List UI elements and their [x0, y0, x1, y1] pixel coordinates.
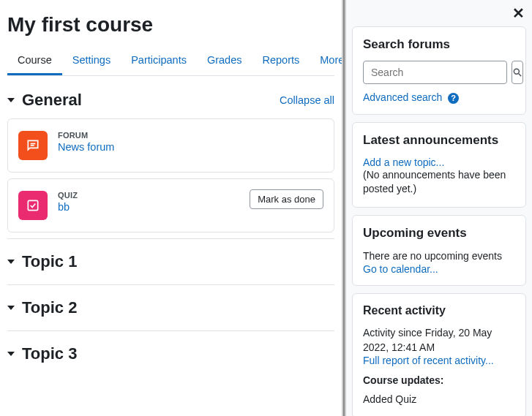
activity-type-label: FORUM [58, 131, 323, 140]
chevron-down-icon [7, 306, 15, 310]
course-tabs: Course Settings Participants Grades Repo… [7, 47, 334, 76]
svg-point-3 [514, 69, 519, 74]
no-events-text: There are no upcoming events [363, 249, 515, 264]
forum-icon [18, 131, 48, 160]
topic-1-toggle[interactable]: Topic 1 [7, 238, 334, 284]
tab-course[interactable]: Course [7, 47, 62, 75]
search-button[interactable] [512, 61, 523, 84]
update-item: Added Quiz [363, 393, 515, 407]
topic-title: Topic 3 [22, 344, 77, 363]
tab-participants[interactable]: Participants [121, 47, 197, 75]
general-title: General [22, 91, 82, 110]
advanced-search-row: Advanced search ? [363, 91, 515, 104]
block-title: Upcoming events [363, 226, 515, 241]
block-upcoming-events: Upcoming events There are no upcoming ev… [352, 215, 526, 287]
block-title: Recent activity [363, 304, 515, 317]
advanced-search-link[interactable]: Advanced search [363, 91, 442, 103]
page-title: My first course [7, 13, 334, 37]
topic-2-toggle[interactable]: Topic 2 [7, 284, 334, 330]
topic-title: Topic 1 [22, 252, 77, 271]
no-announcements-text: (No announcements have been posted yet.) [363, 168, 515, 197]
add-topic-link[interactable]: Add a new topic... [363, 156, 515, 168]
full-report-link[interactable]: Full report of recent activity... [363, 355, 515, 366]
right-drawer: ✕ Search forums Advanced search ? Latest… [346, 0, 532, 416]
topic-title: Topic 2 [22, 298, 77, 317]
svg-rect-2 [28, 200, 37, 210]
block-title: Search forums [363, 37, 515, 52]
topic-3-toggle[interactable]: Topic 3 [7, 330, 334, 377]
tab-more[interactable]: More [310, 47, 342, 75]
chevron-down-icon [7, 260, 15, 264]
activity-info: FORUM News forum [58, 131, 323, 153]
collapse-all-link[interactable]: Collapse all [280, 94, 334, 106]
calendar-link[interactable]: Go to calendar... [363, 263, 515, 275]
tab-more-label: More [320, 54, 342, 66]
activity-name-link[interactable]: News forum [58, 141, 323, 153]
tab-settings[interactable]: Settings [62, 47, 121, 75]
block-recent-activity: Recent activity Activity since Friday, 2… [352, 293, 526, 416]
block-search-forums: Search forums Advanced search ? [352, 26, 526, 115]
tab-grades[interactable]: Grades [197, 47, 252, 75]
general-toggle[interactable]: General [7, 91, 82, 110]
chevron-down-icon [7, 352, 15, 356]
activity-since-text: Activity since Friday, 20 May 2022, 12:4… [363, 326, 515, 355]
search-icon [512, 67, 522, 77]
close-icon[interactable]: ✕ [512, 4, 525, 22]
search-row [363, 61, 515, 84]
help-icon[interactable]: ? [448, 93, 459, 104]
tab-reports[interactable]: Reports [252, 47, 310, 75]
svg-line-4 [519, 74, 522, 77]
course-updates-label: Course updates: [363, 374, 515, 388]
mark-done-button[interactable]: Mark as done [250, 189, 323, 209]
quiz-icon [18, 191, 48, 220]
block-announcements: Latest announcements Add a new topic... … [352, 122, 526, 208]
main-region: My first course Course Settings Particip… [0, 0, 342, 416]
activity-quiz: QUIZ bb Mark as done [7, 178, 334, 232]
activity-forum: FORUM News forum [7, 118, 334, 173]
search-input[interactable] [363, 61, 507, 84]
block-title: Latest announcements [363, 133, 515, 148]
chevron-down-icon [7, 98, 15, 102]
general-header: General Collapse all [7, 91, 334, 110]
